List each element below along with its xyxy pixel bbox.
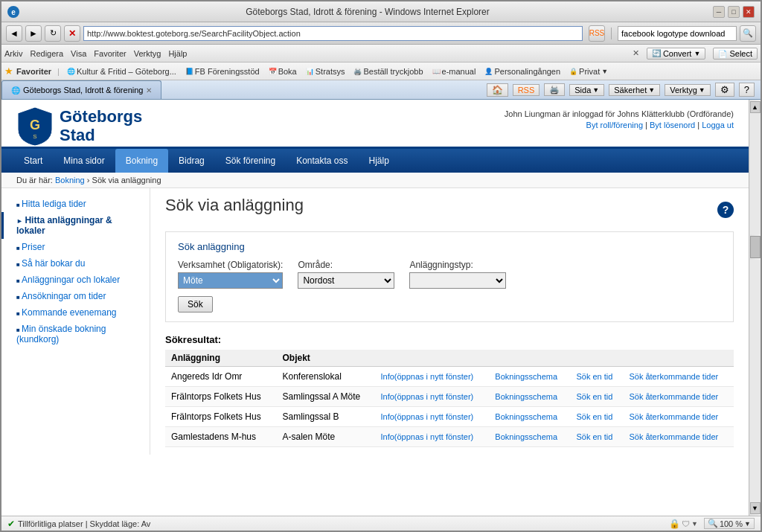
address-input[interactable] [83, 26, 583, 41]
sidebar-item-anlaggningar-lokaler[interactable]: Anläggningar och lokaler [1, 272, 150, 288]
menu-visa[interactable]: Visa [71, 49, 86, 58]
search-button[interactable]: Sök [178, 296, 213, 313]
nav-bokning[interactable]: Bokning [115, 149, 168, 173]
cell-info[interactable]: Info(öppnas i nytt fönster) [374, 427, 489, 447]
sok-aterkommande-link[interactable]: Sök återkommande tider [629, 432, 718, 441]
menu-redigera[interactable]: Redigera [30, 49, 63, 58]
convert-button[interactable]: 🔄 Convert ▼ [647, 48, 705, 60]
close-tab-icon[interactable]: ✕ [633, 48, 639, 58]
bokningsschema-link[interactable]: Bokningsschema [495, 432, 557, 441]
cell-sok-en-tid[interactable]: Sök en tid [570, 387, 623, 407]
sidebar-item-ansokningar-om-tider[interactable]: Ansökningar om tider [1, 288, 150, 304]
info-link[interactable]: Info(öppnas i nytt fönster) [380, 392, 473, 401]
omrade-select[interactable]: Nordost [298, 272, 394, 289]
sidebar-item-hitta-anlaggningar[interactable]: Hitta anläggningar & lokaler [1, 212, 150, 239]
sok-en-tid-link[interactable]: Sök en tid [576, 392, 612, 401]
bokningsschema-link[interactable]: Bokningsschema [495, 372, 557, 381]
cell-bokningsschema[interactable]: Bokningsschema [489, 387, 570, 407]
fav-item-5[interactable]: 🖨️ Beställ tryckjobb [350, 66, 426, 77]
anlaggningstyp-select[interactable] [409, 272, 506, 289]
sok-aterkommande-link[interactable]: Sök återkommande tider [629, 392, 718, 401]
fav-item-8[interactable]: 🔒 Privat ▼ [566, 66, 611, 77]
cell-sok-aterkommande[interactable]: Sök återkommande tider [623, 407, 734, 427]
sidebar-item-hitta-lediga-tider[interactable]: Hitta lediga tider [1, 196, 150, 212]
browser-scrollbar[interactable]: ▲ ▼ [749, 100, 761, 516]
cell-info[interactable]: Info(öppnas i nytt fönster) [374, 387, 489, 407]
fav-item-3[interactable]: 📅 Boka [266, 66, 300, 77]
sida-button[interactable]: Sida ▼ [569, 84, 604, 96]
menu-arkiv[interactable]: Arkiv [4, 49, 22, 58]
sidebar-item-sa-har-bokar-du[interactable]: Så här bokar du [1, 255, 150, 272]
cell-sok-en-tid[interactable]: Sök en tid [570, 367, 623, 387]
cell-info[interactable]: Info(öppnas i nytt fönster) [374, 367, 489, 387]
nav-kontakta-oss[interactable]: Kontakta oss [286, 149, 358, 173]
forward-button[interactable]: ► [25, 25, 42, 42]
bokningsschema-link[interactable]: Bokningsschema [495, 412, 557, 421]
help-button[interactable]: ? [739, 83, 755, 97]
cell-sok-aterkommande[interactable]: Sök återkommande tider [623, 367, 734, 387]
search-go-icon[interactable]: 🔍 [740, 25, 756, 42]
cell-sok-aterkommande[interactable]: Sök återkommande tider [623, 387, 734, 407]
menu-favoriter[interactable]: Favoriter [94, 49, 126, 58]
fav-item-7[interactable]: 👤 Personalingången [481, 66, 563, 77]
cell-info[interactable]: Info(öppnas i nytt fönster) [374, 407, 489, 427]
scroll-thumb[interactable] [750, 236, 761, 258]
byt-roll-link[interactable]: Byt roll/förening [586, 121, 643, 129]
search-input[interactable] [618, 26, 737, 41]
rss-icon[interactable]: RSS [589, 25, 605, 42]
zoom-button[interactable]: 🔍 100 % ▼ [704, 518, 755, 529]
verksamhet-select[interactable]: Möte [178, 272, 283, 289]
fav-item-6[interactable]: 📖 e-manual [429, 66, 479, 77]
logga-ut-link[interactable]: Logga ut [702, 121, 734, 129]
nav-mina-sidor[interactable]: Mina sidor [53, 149, 115, 173]
sok-en-tid-link[interactable]: Sök en tid [576, 412, 612, 421]
scroll-down-button[interactable]: ▼ [750, 502, 761, 514]
cell-bokningsschema[interactable]: Bokningsschema [489, 407, 570, 427]
sidebar-item-min-onskade-bokning[interactable]: Min önskade bokning (kundkorg) [1, 321, 150, 347]
sok-en-tid-link[interactable]: Sök en tid [576, 372, 612, 381]
maximize-button[interactable]: □ [728, 6, 740, 18]
sok-aterkommande-link[interactable]: Sök återkommande tider [629, 412, 718, 421]
info-link[interactable]: Info(öppnas i nytt fönster) [380, 412, 473, 421]
nav-hjalp[interactable]: Hjälp [359, 149, 400, 173]
print-button[interactable]: 🖨️ [544, 83, 565, 96]
sok-en-tid-link[interactable]: Sök en tid [576, 432, 612, 441]
menu-hjalp[interactable]: Hjälp [168, 49, 187, 58]
cell-bokningsschema[interactable]: Bokningsschema [489, 427, 570, 447]
settings-icon-button[interactable]: ⚙ [715, 83, 734, 97]
scroll-up-button[interactable]: ▲ [750, 101, 761, 113]
page-tab[interactable]: 🌐 Göteborgs Stad, Idrott & förening ✕ [1, 80, 161, 99]
breadcrumb-home[interactable]: Bokning [55, 176, 85, 185]
help-icon-button[interactable]: ? [717, 202, 734, 218]
refresh-button[interactable]: ↻ [45, 25, 61, 42]
info-link[interactable]: Info(öppnas i nytt fönster) [380, 372, 473, 381]
nav-start[interactable]: Start [13, 149, 53, 173]
sakerhet-button[interactable]: Säkerhet ▼ [609, 84, 660, 96]
stop-button[interactable]: ✕ [64, 25, 80, 42]
home-button[interactable]: 🏠 [487, 83, 508, 97]
menu-verktyg[interactable]: Verktyg [134, 49, 161, 58]
fav-item-2[interactable]: 📘 FB Föreningsstöd [182, 66, 263, 77]
bokningsschema-link[interactable]: Bokningsschema [495, 392, 557, 401]
fav-item-1[interactable]: 🌐 Kultur & Fritid – Göteborg... [64, 66, 179, 77]
cell-bokningsschema[interactable]: Bokningsschema [489, 367, 570, 387]
info-link[interactable]: Info(öppnas i nytt fönster) [380, 432, 473, 441]
fav-item-4[interactable]: 📊 Stratsys [303, 66, 348, 77]
rss-button[interactable]: RSS [513, 84, 540, 96]
close-button[interactable]: ✕ [743, 6, 755, 18]
nav-sok-forening[interactable]: Sök förening [215, 149, 286, 173]
cell-sok-en-tid[interactable]: Sök en tid [570, 427, 623, 447]
byt-losenord-link[interactable]: Byt lösenord [650, 121, 695, 129]
nav-bidrag[interactable]: Bidrag [168, 149, 215, 173]
sok-aterkommande-link[interactable]: Sök återkommande tider [629, 372, 718, 381]
sidebar-item-kommande-evenemang[interactable]: Kommande evenemang [1, 304, 150, 321]
cell-sok-aterkommande[interactable]: Sök återkommande tider [623, 427, 734, 447]
tab-close-icon[interactable]: ✕ [146, 86, 152, 94]
back-button[interactable]: ◄ [6, 25, 22, 42]
cell-sok-en-tid[interactable]: Sök en tid [570, 407, 623, 427]
sidebar-item-priser[interactable]: Priser [1, 239, 150, 255]
cell-objekt: Samlingssal B [276, 407, 374, 427]
verktyg-button[interactable]: Verktyg ▼ [665, 84, 711, 96]
select-button[interactable]: 📄 Select [713, 48, 758, 60]
minimize-button[interactable]: ─ [713, 6, 725, 18]
